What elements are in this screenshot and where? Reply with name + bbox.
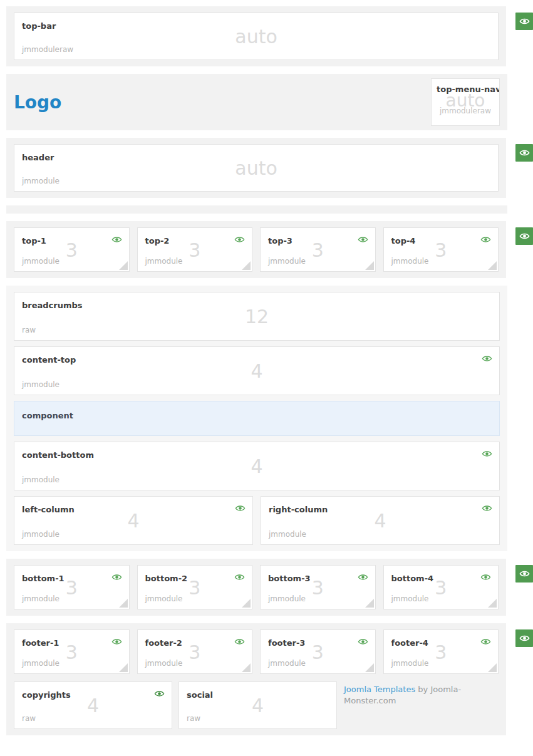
position-right-column[interactable]: right-column 4 jmmodule (261, 496, 500, 545)
position-top-bar[interactable]: top-bar auto jmmoduleraw (14, 13, 499, 60)
bottom-modules-row: bottom-1 3 jmmodule bottom-2 3 jmmodule … (6, 559, 533, 616)
position-type-label: jmmodule (22, 659, 60, 668)
eye-icon[interactable] (480, 236, 491, 244)
footer-row: footer-1 3 jmmodule footer-2 3 jmmodule … (6, 623, 533, 735)
position-social[interactable]: social 4 raw (179, 681, 337, 729)
component-area: component (14, 401, 500, 436)
top-modules-row: top-1 3 jmmodule top-2 3 jmmodule top-3 … (6, 221, 533, 278)
position-breadcrumbs[interactable]: breadcrumbs 12 raw (14, 292, 500, 341)
resize-handle[interactable] (365, 261, 374, 270)
position-top-1[interactable]: top-1 3 jmmodule (14, 227, 130, 272)
position-top-3[interactable]: top-3 3 jmmodule (260, 227, 376, 272)
position-title: left-column (22, 505, 75, 514)
position-bottom-3[interactable]: bottom-3 3 jmmodule (260, 565, 376, 609)
resize-handle[interactable] (119, 663, 128, 672)
toggle-row-visibility-button[interactable] (515, 565, 533, 583)
logo-section: Logo top-menu-nav auto jmmoduleraw (6, 74, 507, 130)
position-footer-2[interactable]: footer-2 3 jmmodule (137, 629, 253, 674)
position-width-label: 4 (127, 510, 139, 532)
eye-icon[interactable] (154, 690, 165, 698)
eye-icon[interactable] (480, 638, 491, 646)
eye-icon[interactable] (482, 450, 492, 458)
position-type-label: jmmodule (145, 257, 183, 266)
position-width-label: auto (235, 157, 277, 179)
top-bar-section: top-bar auto jmmoduleraw (6, 6, 506, 66)
position-title: footer-1 (22, 638, 59, 648)
position-title: content-top (22, 355, 76, 365)
eye-icon[interactable] (111, 638, 122, 646)
eye-icon[interactable] (358, 236, 368, 244)
eye-icon (519, 634, 530, 643)
empty-strip (6, 205, 507, 214)
eye-icon[interactable] (111, 573, 122, 581)
position-type-label: jmmodule (391, 257, 429, 266)
toggle-row-visibility-button[interactable] (515, 13, 533, 30)
resize-handle[interactable] (488, 663, 497, 672)
position-width-label: 3 (435, 239, 447, 261)
position-bottom-1[interactable]: bottom-1 3 jmmodule (14, 565, 130, 609)
position-footer-1[interactable]: footer-1 3 jmmodule (14, 629, 130, 674)
header-section: header auto jmmodule (6, 138, 506, 198)
position-width-label: 3 (189, 239, 200, 261)
position-content-top[interactable]: content-top 4 jmmodule (14, 346, 500, 395)
eye-icon[interactable] (111, 236, 122, 244)
position-top-4[interactable]: top-4 3 jmmodule (383, 227, 499, 272)
position-footer-3[interactable]: footer-3 3 jmmodule (260, 629, 376, 674)
eye-icon (519, 148, 530, 157)
footer-section: footer-1 3 jmmodule footer-2 3 jmmodule … (6, 623, 506, 735)
eye-icon (519, 569, 530, 578)
eye-icon[interactable] (234, 573, 245, 581)
eye-icon (519, 232, 530, 241)
position-copyrights[interactable]: copyrights 4 raw (14, 681, 172, 729)
position-width-label: 3 (189, 576, 200, 598)
footer-extra-row: copyrights 4 raw social 4 raw Joomla Tem… (14, 681, 499, 729)
eye-icon[interactable] (482, 355, 492, 363)
resize-handle[interactable] (242, 261, 251, 270)
eye-icon[interactable] (482, 504, 492, 512)
position-left-column[interactable]: left-column 4 jmmodule (14, 496, 253, 545)
position-width-label: auto (235, 26, 277, 48)
position-width-label: 4 (374, 510, 386, 532)
position-type-label: jmmodule (391, 659, 429, 668)
toggle-row-visibility-button[interactable] (515, 144, 533, 162)
eye-icon[interactable] (358, 573, 368, 581)
position-title: right-column (269, 505, 328, 514)
position-width-label: 4 (251, 360, 262, 382)
position-width-label: 3 (66, 576, 78, 598)
position-title: copyrights (22, 690, 71, 700)
resize-handle[interactable] (488, 261, 497, 270)
eye-icon[interactable] (234, 638, 245, 646)
toggle-row-visibility-button[interactable] (515, 227, 533, 245)
eye-icon[interactable] (358, 638, 368, 646)
position-header[interactable]: header auto jmmodule (14, 144, 499, 192)
position-bottom-4[interactable]: bottom-4 3 jmmodule (383, 565, 499, 609)
resize-handle[interactable] (365, 663, 374, 672)
position-content-bottom[interactable]: content-bottom 4 jmmodule (14, 442, 500, 490)
eye-icon[interactable] (235, 504, 246, 512)
position-type-label: jmmodule (22, 380, 60, 389)
resize-handle[interactable] (119, 599, 128, 608)
toggle-row-visibility-button[interactable] (515, 629, 533, 647)
eye-icon[interactable] (480, 573, 491, 581)
resize-handle[interactable] (365, 599, 374, 608)
resize-handle[interactable] (242, 599, 251, 608)
resize-handle[interactable] (242, 663, 251, 672)
position-type-label: jmmodule (391, 594, 429, 603)
position-type-label: jmmodule (22, 530, 60, 539)
eye-icon[interactable] (234, 236, 245, 244)
position-type-label: raw (187, 714, 200, 723)
position-top-menu-nav[interactable]: top-menu-nav auto jmmoduleraw (431, 78, 500, 126)
resize-handle[interactable] (488, 599, 497, 608)
position-title: footer-3 (268, 638, 305, 648)
position-type-label: jmmodule (268, 594, 306, 603)
component-label: component (22, 411, 73, 420)
footer-modules-row: footer-1 3 jmmodule footer-2 3 jmmodule … (14, 629, 499, 674)
resize-handle[interactable] (119, 261, 128, 270)
position-bottom-2[interactable]: bottom-2 3 jmmodule (137, 565, 253, 609)
position-footer-4[interactable]: footer-4 3 jmmodule (383, 629, 499, 674)
position-type-label: jmmoduleraw (440, 106, 491, 115)
position-title: bottom-2 (145, 574, 188, 583)
joomla-templates-link[interactable]: Joomla Templates (344, 685, 415, 694)
position-top-2[interactable]: top-2 3 jmmodule (137, 227, 253, 272)
position-width-label: 4 (252, 695, 264, 717)
